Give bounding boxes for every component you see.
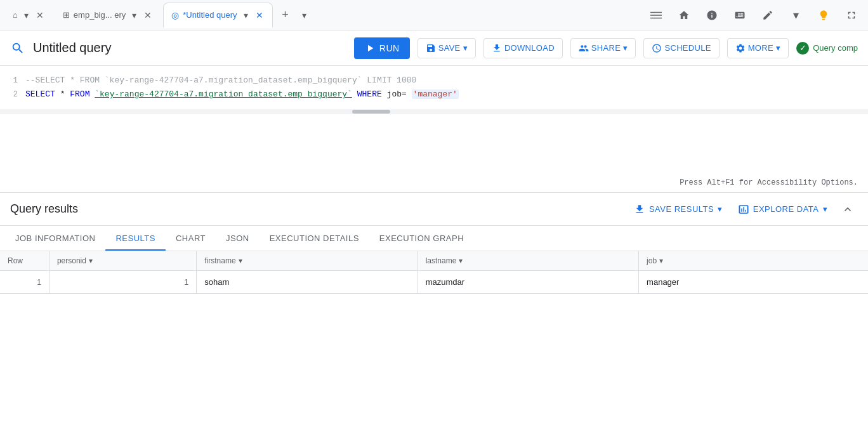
run-label: RUN — [379, 43, 400, 53]
col-job-sort[interactable]: job ▾ — [647, 256, 663, 265]
table-header-row: Row personid ▾ firstname ▾ — [0, 251, 868, 271]
save-results-button[interactable]: SAVE RESULTS ▾ — [629, 200, 728, 219]
tab-untitled-close[interactable]: ✕ — [254, 9, 265, 22]
tab-execution-graph-label: EXECUTION GRAPH — [379, 233, 464, 243]
results-title: Query results — [10, 202, 629, 216]
tab-job-information-label: JOB INFORMATION — [15, 233, 95, 243]
svg-rect-2 — [650, 17, 662, 18]
run-button[interactable]: RUN — [354, 37, 410, 59]
code-line-1: 1 --SELECT * FROM `key-range-427704-a7.m… — [0, 74, 868, 88]
query-header: Untitled query RUN SAVE ▾ DOWNLOAD SHARE… — [0, 30, 868, 66]
fullscreen-icon[interactable] — [840, 4, 863, 27]
top-right-toolbar: ▾ — [645, 4, 863, 27]
tab-emp-big-label: emp_big... ery — [74, 10, 126, 20]
schedule-button[interactable]: SCHEDULE — [643, 38, 719, 58]
tab-chart[interactable]: CHART — [166, 226, 216, 251]
cell-firstname: soham — [197, 271, 418, 294]
share-label: SHARE — [591, 43, 621, 53]
sort-icon-personid: ▾ — [89, 256, 93, 265]
result-tabs: JOB INFORMATION RESULTS CHART JSON EXECU… — [0, 226, 868, 251]
svg-rect-0 — [650, 11, 662, 13]
edit-icon[interactable] — [756, 4, 779, 27]
dropdown-icon[interactable]: ▾ — [784, 4, 807, 27]
line-number-2: 2 — [0, 88, 25, 102]
tab-execution-graph[interactable]: EXECUTION GRAPH — [369, 226, 474, 251]
cell-personid: 1 — [49, 271, 196, 294]
plain-star: * — [60, 89, 70, 99]
home-nav-icon[interactable] — [673, 4, 695, 27]
save-results-dropdown[interactable]: ▾ — [718, 204, 723, 214]
tab-emp-close[interactable]: ✕ — [143, 9, 153, 22]
tab-untitled-label: *Untitled query — [183, 10, 237, 20]
keyword-from: FROM — [70, 89, 89, 99]
plain-job: job= — [387, 89, 407, 99]
tab-results[interactable]: RESULTS — [105, 226, 166, 251]
explore-data-label: EXPLORE DATA — [753, 204, 819, 214]
scrollbar-thumb[interactable] — [352, 110, 390, 114]
query-complete-label: Query comp — [813, 43, 858, 53]
menu-icon[interactable] — [645, 4, 667, 27]
tab-home-close[interactable]: ✕ — [35, 9, 45, 22]
tab-untitled-query[interactable]: ◎ *Untitled query ▾ ✕ — [163, 3, 272, 28]
col-header-lastname[interactable]: lastname ▾ — [418, 251, 638, 271]
add-tab-button[interactable]: + — [275, 5, 296, 25]
save-dropdown-icon[interactable]: ▾ — [463, 43, 468, 53]
keyboard-icon[interactable] — [728, 4, 751, 27]
col-firstname-resize[interactable] — [415, 251, 418, 270]
tab-results-label: RESULTS — [115, 233, 155, 243]
sort-icon-firstname: ▾ — [239, 256, 242, 265]
code-lines: 1 --SELECT * FROM `key-range-427704-a7.m… — [0, 66, 868, 109]
info-icon[interactable] — [700, 4, 723, 27]
code-editor[interactable]: 1 --SELECT * FROM `key-range-427704-a7.m… — [0, 66, 868, 193]
tabs-dropdown-button[interactable]: ▾ — [299, 8, 309, 23]
results-header: Query results SAVE RESULTS ▾ EXPLORE DAT… — [0, 193, 868, 226]
results-actions: SAVE RESULTS ▾ EXPLORE DATA ▾ — [629, 199, 858, 220]
more-button[interactable]: MORE ▾ — [727, 38, 789, 58]
col-personid-resize[interactable] — [194, 251, 196, 270]
tab-emp-dropdown[interactable]: ▾ — [129, 8, 139, 23]
query-logo — [10, 41, 25, 56]
tab-emp-big[interactable]: ⊞ emp_big... ery ▾ ✕ — [55, 3, 161, 28]
tab-job-information[interactable]: JOB INFORMATION — [5, 226, 105, 251]
col-personid-label: personid — [57, 256, 86, 265]
line-content-1: --SELECT * FROM `key-range-427704-a7.mig… — [25, 74, 868, 88]
more-label: MORE — [748, 43, 773, 53]
save-label: SAVE — [438, 43, 461, 53]
col-header-firstname[interactable]: firstname ▾ — [197, 251, 418, 271]
table-row: 1 1 soham mazumdar manager — [0, 271, 868, 294]
bulb-icon[interactable] — [812, 4, 835, 27]
results-expand-button[interactable] — [838, 199, 858, 220]
accessibility-hint: Press Alt+F1 for Accessibility Options. — [680, 178, 858, 187]
share-dropdown-icon[interactable]: ▾ — [623, 43, 628, 53]
code-line-2: 2 SELECT * FROM `key-range-427704-a7.mig… — [0, 88, 868, 102]
col-header-personid[interactable]: personid ▾ — [49, 251, 196, 271]
col-personid-sort[interactable]: personid ▾ — [57, 256, 93, 265]
cell-row-num: 1 — [0, 271, 49, 294]
col-job-label: job — [647, 256, 657, 265]
col-lastname-resize[interactable] — [636, 251, 638, 270]
query-tab-icon: ◎ — [171, 10, 179, 20]
col-row-resize[interactable] — [46, 251, 49, 270]
explore-dropdown[interactable]: ▾ — [823, 204, 828, 214]
tab-home-dropdown[interactable]: ▾ — [22, 8, 31, 23]
download-button[interactable]: DOWNLOAD — [483, 38, 563, 58]
share-button[interactable]: SHARE ▾ — [570, 38, 636, 58]
col-header-job[interactable]: job ▾ — [639, 251, 868, 271]
tab-execution-details[interactable]: EXECUTION DETAILS — [260, 226, 369, 251]
value-manager: 'manager' — [412, 89, 459, 99]
tab-json-label: JSON — [226, 233, 249, 243]
col-lastname-label: lastname — [426, 256, 457, 265]
col-header-row: Row — [0, 251, 49, 271]
col-job-resize[interactable] — [865, 251, 868, 270]
col-firstname-sort[interactable]: firstname ▾ — [204, 256, 242, 265]
more-dropdown-icon[interactable]: ▾ — [776, 43, 780, 53]
save-button[interactable]: SAVE ▾ — [418, 38, 476, 58]
editor-scrollbar[interactable] — [0, 109, 868, 114]
download-label: DOWNLOAD — [504, 43, 555, 53]
tab-json[interactable]: JSON — [216, 226, 260, 251]
tab-untitled-dropdown[interactable]: ▾ — [241, 8, 251, 23]
tab-execution-details-label: EXECUTION DETAILS — [270, 233, 359, 243]
col-lastname-sort[interactable]: lastname ▾ — [426, 256, 463, 265]
tab-home[interactable]: ⌂ ▾ ✕ — [5, 3, 53, 28]
explore-data-button[interactable]: EXPLORE DATA ▾ — [733, 200, 832, 219]
